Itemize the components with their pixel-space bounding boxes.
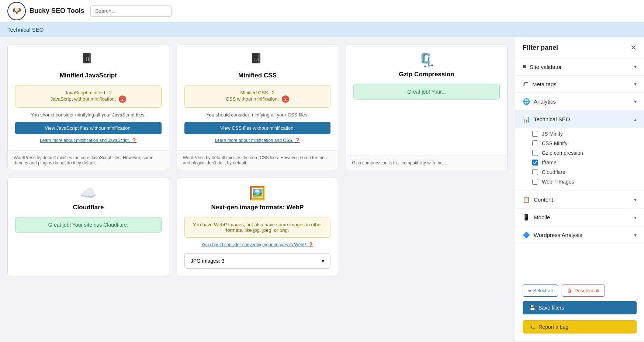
- meta-tags-label: Meta tags: [532, 81, 557, 87]
- js-minify-warning: JavaScript minified : 2 JavaScript witho…: [15, 85, 162, 108]
- gzip-title: Gzip Compression: [399, 71, 454, 78]
- css-learn-link[interactable]: Learn more about minification and CSS. ❓: [215, 138, 300, 143]
- checkbox-js-minify-input[interactable]: [532, 131, 538, 137]
- analytics-icon: 🌐: [523, 98, 530, 105]
- wordpress-chevron: ▾: [634, 232, 637, 238]
- deselect-all-icon: 🗑: [567, 288, 572, 293]
- meta-tags-header[interactable]: 🏷 Meta tags ▾: [515, 76, 644, 93]
- filter-actions: ≡ Select all 🗑 Deselect all: [523, 285, 637, 297]
- js-minify-title: Minified JavaScript: [60, 72, 117, 79]
- css-minify-desc: You should consider minifying all your C…: [206, 112, 309, 118]
- js-minify-desc: You should consider minifying all your J…: [31, 112, 146, 118]
- site-validator-header[interactable]: ≡ Site validator ▾: [515, 58, 644, 75]
- bug-icon: 🐛: [529, 324, 536, 330]
- checkbox-css-minify-input[interactable]: [532, 140, 538, 146]
- logo-icon: 🐶: [7, 2, 26, 20]
- save-filters-button[interactable]: 💾 Save filters: [523, 301, 637, 314]
- technical-seo-checkboxes: JS Minify CSS Minify Gzip compression If…: [515, 128, 644, 191]
- meta-tags-chevron: ▾: [634, 81, 637, 87]
- js-help-icon: ❓: [131, 138, 137, 143]
- content-chevron: ▾: [634, 197, 637, 203]
- js-learn-link[interactable]: Learn more about minification and JavaSc…: [40, 138, 136, 143]
- css-minify-warning: Minified CSS : 2 CSS without minificatio…: [184, 85, 331, 108]
- filter-section-wordpress: 🔷 Wordpress Analysis ▾: [515, 226, 644, 244]
- gzip-success: Great job! Your...: [353, 84, 500, 100]
- webp-warning: You have WebP images, but also have some…: [184, 217, 331, 238]
- mobile-header[interactable]: 📱 Mobile ▾: [515, 209, 644, 226]
- analytics-label: Analytics: [534, 98, 556, 105]
- app-title: Bucky SEO Tools: [30, 7, 84, 15]
- view-js-button[interactable]: View JavaScript files without minificati…: [15, 122, 162, 134]
- js-minify-footer: WordPress by default minifies the core J…: [8, 150, 169, 170]
- checkbox-gzip[interactable]: Gzip compression: [532, 150, 637, 156]
- card-cloudflare: ☁️ Cloudflare Great job! Your site has C…: [7, 178, 169, 276]
- view-css-button[interactable]: View CSS files without minification.: [184, 122, 331, 134]
- technical-seo-icon: 📊: [523, 116, 530, 123]
- select-all-icon: ≡: [528, 288, 531, 293]
- content-icon: 📋: [523, 196, 530, 203]
- technical-seo-header[interactable]: 📊 Technical SEO ▴: [515, 111, 644, 128]
- wordpress-icon: 🔷: [523, 231, 530, 238]
- site-validator-icon: ≡: [523, 63, 526, 70]
- content-header[interactable]: 📋 Content ▾: [515, 191, 644, 208]
- header: 🐶 Bucky SEO Tools: [0, 0, 644, 22]
- logo-area: 🐶 Bucky SEO Tools: [7, 2, 84, 20]
- mobile-chevron: ▾: [634, 214, 637, 220]
- checkbox-iframe[interactable]: Iframe: [532, 160, 637, 165]
- search-input[interactable]: [90, 6, 172, 17]
- content-area: {} Minified JavaScript JavaScript minifi…: [0, 37, 515, 341]
- webp-title: Next-gen image formats: WebP: [211, 204, 304, 211]
- svg-text:{}: {}: [85, 57, 90, 61]
- wordpress-header[interactable]: 🔷 Wordpress Analysis ▾: [515, 226, 644, 244]
- meta-tags-icon: 🏷: [523, 81, 529, 87]
- svg-text:CSS: CSS: [254, 58, 259, 61]
- css-minify-footer: WordPress by default minifies the core C…: [177, 150, 338, 170]
- gzip-icon: 🗜️: [418, 52, 435, 68]
- checkbox-cloudflare[interactable]: Cloudflare: [532, 169, 637, 175]
- checkbox-iframe-input[interactable]: [532, 160, 538, 165]
- filter-bottom: ≡ Select all 🗑 Deselect all 💾 Save filte…: [515, 279, 644, 320]
- filter-panel-header: Filter panel ✕: [515, 37, 644, 58]
- card-webp: 🖼️ Next-gen image formats: WebP You have…: [177, 178, 339, 276]
- mobile-icon: 📱: [523, 214, 530, 221]
- report-bug-button[interactable]: 🐛 Report a bug: [523, 320, 637, 334]
- webp-learn-link[interactable]: You should consider converting your imag…: [201, 242, 314, 247]
- css-minify-title: Minified CSS: [238, 72, 277, 79]
- close-filter-button[interactable]: ✕: [630, 43, 637, 52]
- deselect-all-button[interactable]: 🗑 Deselect all: [562, 285, 605, 297]
- css-badge: 2: [282, 95, 289, 103]
- site-validator-label: Site validator: [530, 64, 562, 70]
- select-all-button[interactable]: ≡ Select all: [523, 285, 558, 297]
- checkbox-webp[interactable]: WebP Images: [532, 179, 637, 185]
- content-label: Content: [534, 196, 553, 203]
- card-js-minify: {} Minified JavaScript JavaScript minifi…: [7, 45, 169, 170]
- analytics-header[interactable]: 🌐 Analytics ▾: [515, 93, 644, 110]
- mobile-label: Mobile: [534, 214, 550, 220]
- breadcrumb: Technical SEO: [0, 22, 644, 37]
- filter-section-mobile: 📱 Mobile ▾: [515, 209, 644, 226]
- checkbox-css-minify[interactable]: CSS Minify: [532, 140, 637, 146]
- webp-icon: 🖼️: [249, 185, 266, 201]
- filter-panel: Filter panel ✕ ≡ Site validator ▾ 🏷 Meta…: [515, 37, 644, 341]
- css-minify-icon: CSS: [251, 52, 264, 69]
- main-layout: {} Minified JavaScript JavaScript minifi…: [0, 37, 644, 341]
- jpg-dropdown[interactable]: JPG images: 3 ▾: [184, 253, 331, 269]
- card-css-minify: CSS Minified CSS Minified CSS : 2 CSS wi…: [177, 45, 339, 170]
- filter-section-analytics: 🌐 Analytics ▾: [515, 93, 644, 111]
- checkbox-gzip-input[interactable]: [532, 150, 538, 156]
- technical-seo-label: Technical SEO: [534, 116, 570, 122]
- filter-section-site-validator: ≡ Site validator ▾: [515, 58, 644, 76]
- checkbox-cloudflare-input[interactable]: [532, 169, 538, 175]
- filter-section-meta-tags: 🏷 Meta tags ▾: [515, 76, 644, 93]
- chevron-down-icon: ▾: [322, 258, 324, 264]
- cloudflare-title: Cloudflare: [73, 204, 104, 211]
- checkbox-js-minify[interactable]: JS Minify: [532, 131, 637, 137]
- cloudflare-success: Great job! Your site has Cloudflare.: [15, 217, 162, 233]
- filter-section-content: 📋 Content ▾: [515, 191, 644, 209]
- js-minify-icon: {}: [82, 52, 95, 69]
- analytics-chevron: ▾: [634, 99, 637, 105]
- technical-seo-chevron: ▴: [634, 116, 637, 122]
- checkbox-webp-input[interactable]: [532, 179, 538, 185]
- gzip-footer: Gzip compression is th... compatibility …: [346, 156, 507, 170]
- filter-panel-title: Filter panel: [523, 44, 558, 52]
